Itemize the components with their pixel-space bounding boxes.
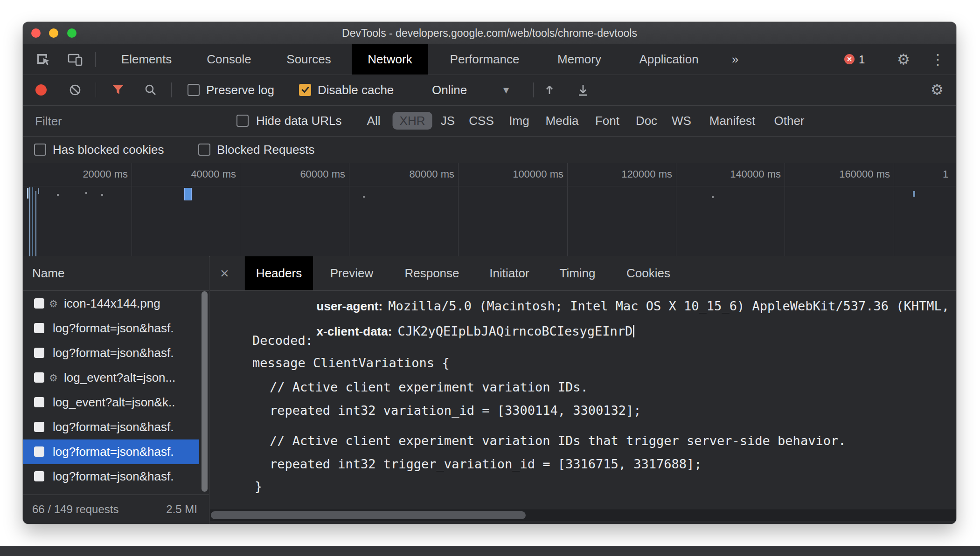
network-toolbar: Preserve log Disable cache Online ▾ ⚙ — [23, 75, 956, 106]
desktop: DevTools - developers.google.com/web/too… — [0, 0, 980, 556]
export-har-icon[interactable] — [576, 83, 590, 97]
error-badge-icon[interactable]: ✕ — [844, 54, 855, 64]
request-row[interactable]: ⚙ log_event?alt=json... — [23, 365, 209, 390]
timeline-activity-bar — [29, 187, 30, 256]
tab-sources[interactable]: Sources — [286, 44, 331, 75]
close-icon[interactable]: × — [220, 256, 229, 290]
tab-initiator[interactable]: Initiator — [489, 256, 529, 290]
throttling-dropdown[interactable]: Online — [432, 75, 467, 105]
preserve-log-checkbox[interactable] — [188, 84, 200, 96]
request-checkbox[interactable] — [34, 298, 44, 309]
timeline-tick: 160000 ms — [839, 163, 890, 185]
request-row[interactable]: ⚙ icon-144x144.png — [23, 291, 209, 316]
vertical-scrollbar[interactable] — [202, 291, 208, 492]
has-blocked-cookies-checkbox[interactable] — [34, 144, 46, 156]
filter-pill-img[interactable]: Img — [509, 105, 529, 136]
name-column-header[interactable]: Name — [23, 256, 209, 291]
blocked-requests-label[interactable]: Blocked Requests — [217, 136, 315, 163]
request-count-summary: 66 / 149 requests — [32, 495, 118, 523]
inspect-element-icon[interactable] — [35, 52, 51, 68]
has-blocked-cookies-label[interactable]: Has blocked cookies — [53, 136, 164, 163]
error-count[interactable]: 1 — [859, 44, 865, 75]
timeline-tick: 120000 ms — [621, 163, 672, 185]
device-toolbar-icon[interactable] — [67, 52, 83, 68]
import-har-icon[interactable] — [542, 83, 556, 97]
more-tabs-chevron[interactable]: » — [732, 44, 738, 75]
header-value: CJK2yQEIpLbJAQirncoBCIesygEInrD — [397, 324, 632, 338]
request-row-selected[interactable]: log?format=json&hasf. — [23, 439, 199, 464]
tab-response[interactable]: Response — [404, 256, 459, 290]
chevron-down-icon[interactable]: ▾ — [503, 75, 509, 105]
filter-funnel-icon[interactable] — [111, 83, 125, 96]
devtools-tabbar: Elements Console Sources Network Perform… — [23, 44, 956, 75]
tab-console[interactable]: Console — [207, 44, 251, 75]
network-settings-gear-icon[interactable]: ⚙ — [927, 75, 947, 105]
filter-pill-media[interactable]: Media — [546, 105, 579, 136]
request-checkbox[interactable] — [34, 323, 44, 333]
decoded-line: } — [255, 479, 262, 494]
filter-input[interactable] — [34, 111, 176, 131]
clear-network-log-icon[interactable] — [69, 83, 82, 96]
tab-elements[interactable]: Elements — [121, 44, 172, 75]
request-row[interactable]: log_event?alt=json&k.. — [23, 390, 209, 415]
tab-timing[interactable]: Timing — [559, 256, 595, 290]
blocked-requests-checkbox[interactable] — [198, 144, 210, 156]
timeline-activity-dot — [101, 194, 103, 196]
filter-pill-js[interactable]: JS — [441, 105, 455, 136]
timeline-tick: 1 — [943, 163, 948, 185]
filter-pill-manifest[interactable]: Manifest — [709, 105, 755, 136]
disable-cache-label[interactable]: Disable cache — [318, 75, 394, 105]
gear-icon: ⚙ — [49, 291, 58, 316]
timeline-activity-bar — [27, 188, 28, 199]
request-checkbox[interactable] — [34, 372, 44, 383]
settings-gear-icon[interactable]: ⚙ — [894, 44, 913, 75]
filter-pill-ws[interactable]: WS — [672, 105, 691, 136]
disable-cache-checkbox[interactable] — [299, 84, 311, 96]
filter-pill-all[interactable]: All — [367, 105, 381, 136]
request-checkbox[interactable] — [34, 348, 44, 358]
record-network-log-button[interactable] — [35, 84, 47, 96]
preserve-log-label[interactable]: Preserve log — [206, 75, 274, 105]
decoded-label: Decoded: — [252, 333, 313, 348]
divider — [23, 186, 956, 186]
tab-headers[interactable]: Headers — [245, 256, 313, 290]
tab-preview[interactable]: Preview — [330, 256, 373, 290]
tab-performance[interactable]: Performance — [450, 44, 520, 75]
timeline-tick: 80000 ms — [409, 163, 454, 185]
filter-pill-doc[interactable]: Doc — [636, 105, 657, 136]
network-overview-timeline[interactable]: 20000 ms 40000 ms 60000 ms 80000 ms 1000… — [23, 163, 956, 257]
request-checkbox[interactable] — [34, 471, 44, 481]
network-filter-row: Hide data URLs All XHR JS CSS Img Media … — [23, 105, 956, 137]
filter-pill-other[interactable]: Other — [774, 105, 804, 136]
filter-pill-font[interactable]: Font — [595, 105, 619, 136]
hide-data-urls-checkbox[interactable] — [236, 115, 249, 127]
divider — [95, 52, 96, 67]
request-row[interactable]: log?format=json&hasf. — [23, 341, 209, 365]
name-column-label: Name — [32, 256, 64, 290]
horizontal-scrollbar-track[interactable] — [210, 509, 956, 521]
request-checkbox[interactable] — [34, 446, 44, 457]
timeline-gridline — [240, 163, 240, 256]
request-checkbox[interactable] — [34, 422, 44, 432]
request-row[interactable]: log?format=json&hasf. — [23, 415, 209, 439]
timeline-gridline — [458, 163, 459, 256]
tab-cookies[interactable]: Cookies — [626, 256, 670, 290]
search-icon[interactable] — [144, 83, 157, 96]
window-titlebar[interactable]: DevTools - developers.google.com/web/too… — [23, 22, 956, 45]
headers-content: user-agent:Mozilla/5.0 (Macintosh; Intel… — [210, 291, 956, 509]
request-checkbox[interactable] — [34, 397, 44, 407]
request-row[interactable]: log?format=json&hasf. — [23, 464, 209, 489]
overflow-menu-icon[interactable]: ⋮ — [931, 44, 945, 75]
timeline-activity-bar — [32, 187, 33, 256]
tab-application[interactable]: Application — [639, 44, 698, 75]
request-row[interactable]: log?format=json&hasf. — [23, 316, 209, 341]
tab-network[interactable]: Network — [352, 44, 428, 75]
horizontal-scrollbar-thumb[interactable] — [211, 511, 526, 519]
hide-data-urls-label[interactable]: Hide data URLs — [256, 105, 342, 136]
request-name: log?format=json&hasf. — [53, 341, 174, 365]
timeline-activity-dot — [57, 194, 59, 196]
filter-pill-xhr[interactable]: XHR — [393, 112, 432, 130]
filter-pill-css[interactable]: CSS — [469, 105, 493, 136]
timeline-activity-dot — [712, 196, 714, 198]
tab-memory[interactable]: Memory — [557, 44, 601, 75]
